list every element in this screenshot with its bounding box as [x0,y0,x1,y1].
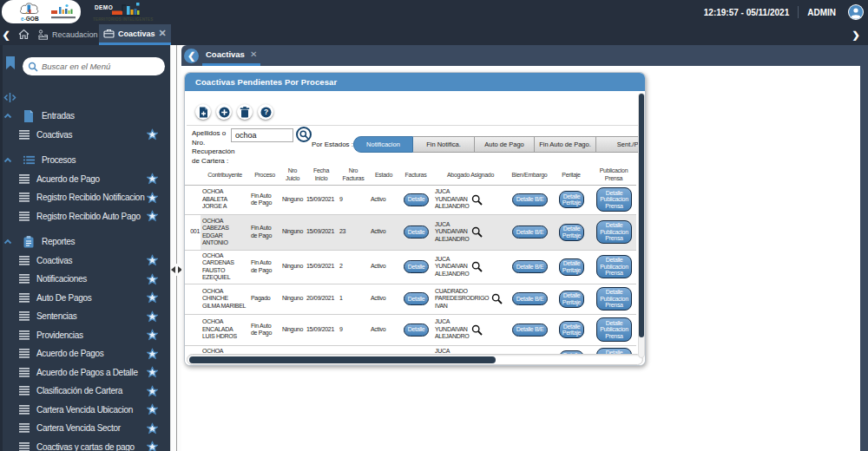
detalle-peritaje-button[interactable]: Detalle Peritaje [559,291,584,308]
star-icon[interactable] [147,367,158,378]
delete-button[interactable] [237,104,253,120]
sidebar-item-reportes-coactivas[interactable]: Coactivas [0,252,170,271]
abogado-search-icon[interactable] [471,194,483,206]
table-row[interactable]: OCHOA CHINCHE GILMA MARIBEL Pagado Ningu… [185,284,636,314]
sidebar-item-cartera-vencida-ubicacion[interactable]: Cartera Vencida Ubicacion [0,401,170,420]
sidebar-section-entradas[interactable]: Entradas [0,107,170,126]
user-avatar[interactable] [848,4,864,20]
cell-fecha-inicio: 15/09/2021 [305,250,338,284]
search-button[interactable] [296,127,312,142]
collapse-sidebar-icon[interactable] [3,91,16,107]
inner-back-button[interactable]: ❮ [184,49,199,63]
detalle-peritaje-button[interactable]: Detalle Peritaje [559,224,584,241]
home-icon[interactable] [17,28,31,42]
estado-tab-fin-auto-de-pago[interactable]: Fin Auto de Pago. [535,136,596,153]
star-icon[interactable] [147,330,158,341]
sidebar-section-procesos[interactable]: Procesos [0,151,170,170]
new-document-button[interactable] [195,104,211,120]
sidebar-item-acuerdo-de-pagos[interactable]: Acuerdo de Pagos [0,344,170,363]
detalle-button[interactable]: Detalle [404,324,430,337]
star-icon[interactable] [147,192,158,203]
cell-abogado: JUCA YUNDAIVAN ALEJANDRO [435,221,469,244]
star-icon[interactable] [147,441,158,451]
star-icon[interactable] [147,422,158,434]
table-row[interactable]: OCHOA CARDENAS FAUSTO EZEQUIEL Fin Auto … [185,250,636,284]
help-button[interactable]: ? [258,104,273,120]
detalle-publicacion-prensa-button[interactable]: Detalle Publicacion Prensa [596,220,632,245]
star-icon[interactable] [147,129,158,141]
sidebar-item-coactivas-y-cartas-de-pago[interactable]: Coactivas y cartas de pago [0,438,170,451]
sidebar-item-registro-recibido-notificacion[interactable]: Registro Recibido Notificacion [0,188,170,207]
detalle-be-button[interactable]: Detalle B/E [512,193,549,206]
sidebar-item-acuerdo-de-pago[interactable]: Acuerdo de Pago [0,170,170,189]
vertical-scrollbar-thumb[interactable] [639,94,644,337]
star-icon[interactable] [147,273,158,284]
table-row[interactable]: OCHOA ABALETA JORGE A Fin Auto de Pago N… [185,185,636,214]
abogado-search-icon[interactable] [471,226,483,238]
star-icon[interactable] [147,211,158,222]
abogado-search-icon[interactable] [471,261,483,272]
inner-tab-coactivas[interactable]: Coactivas ✕ [202,45,260,66]
detalle-publicacion-prensa-button[interactable]: Detalle Publicacion Prensa [596,187,632,212]
horizontal-scrollbar[interactable] [187,354,643,365]
star-icon[interactable] [147,173,158,185]
menu-search-input[interactable] [42,62,160,71]
chevron-up-icon[interactable] [3,238,12,246]
sidebar-item-auto-de-pagos[interactable]: Auto De Pagos [0,289,170,308]
sidebar-item-acuerdo-de-pagos-a-detalle[interactable]: Acuerdo de Pagos a Detalle [0,363,170,382]
star-icon[interactable] [147,255,158,266]
sidebar-item-providencias[interactable]: Providencias [0,326,170,345]
estado-tab-fin-notifica[interactable]: Fin Notifica. [413,136,475,153]
add-button[interactable] [216,104,232,120]
abogado-search-icon[interactable] [471,324,483,336]
estado-tab-notificacion[interactable]: Notificacion [353,136,413,153]
detalle-button[interactable]: Detalle [404,226,430,239]
horizontal-scrollbar-thumb[interactable] [189,356,496,363]
table-header-row: Contribuyente Proceso Nro Juicio Fecha I… [185,166,636,185]
close-icon[interactable]: ✕ [250,49,257,59]
apellidos-input[interactable] [231,128,293,142]
vertical-scrollbar[interactable] [638,93,645,358]
sidebar-item-cartera-vencida-sector[interactable]: Cartera Vencida Sector [0,419,170,438]
sidebar-item-registro-recibido-auto-pago[interactable]: Registro Recibido Auto Pago [0,207,170,226]
sidebar-section-reportes[interactable]: Reportes [0,232,170,252]
detalle-peritaje-button[interactable]: Detalle Peritaje [559,258,584,276]
detalle-button[interactable]: Detalle [404,292,430,305]
sidebar-item-sentencias[interactable]: Sentencias [0,307,170,326]
chevron-up-icon[interactable] [3,156,12,165]
detalle-publicacion-prensa-button[interactable]: Detalle Publicacion Prensa [596,317,632,342]
menu-lines-icon [19,193,30,203]
detalle-be-button[interactable]: Detalle B/E [512,226,549,239]
sidebar-splitter[interactable] [170,45,181,451]
estado-tab-auto-de-pago[interactable]: Auto de Pago [475,136,535,153]
abogado-search-icon[interactable] [491,293,503,304]
close-icon[interactable]: ✕ [159,28,167,39]
detalle-publicacion-prensa-button[interactable]: Detalle Publicacion Prensa [596,255,632,279]
star-icon[interactable] [147,385,158,396]
tabs-scroll-right-icon[interactable]: ❯ [851,27,861,42]
detalle-be-button[interactable]: Detalle B/E [512,292,549,305]
detalle-publicacion-prensa-button[interactable]: Detalle Publicacion Prensa [596,287,632,311]
detalle-button[interactable]: Detalle [404,260,430,273]
detalle-button[interactable]: Detalle [404,193,430,206]
star-icon[interactable] [147,348,158,359]
tabs-scroll-left-icon[interactable]: ❮ [1,27,11,42]
collapse-left-icon[interactable] [171,266,175,273]
sidebar-item-notificaciones[interactable]: Notificaciones [0,270,170,289]
star-icon[interactable] [147,404,158,415]
section-label: Entradas [42,111,75,121]
detalle-peritaje-button[interactable]: Detalle Peritaje [559,321,584,338]
detalle-be-button[interactable]: Detalle B/E [512,324,549,337]
sidebar-item-clasificacion-de-cartera[interactable]: Clasificación de Cartera [0,382,170,401]
col-nro-facturas: Nro Facturas [338,166,369,185]
table-row[interactable]: OCHOA ENCALADA LUIS HDROS Fin Auto de Pa… [185,314,636,345]
table-row-selected[interactable]: 001 OCHOA CABEZAS EDGAR ANTONIO Fin Auto… [185,214,636,250]
star-icon[interactable] [147,310,158,322]
bookmark-icon[interactable] [5,56,16,74]
detalle-be-button[interactable]: Detalle B/E [512,260,549,273]
tab-coactivas[interactable]: Coactivas ✕ [99,24,171,45]
star-icon[interactable] [147,292,158,304]
detalle-peritaje-button[interactable]: Detalle Peritaje [559,191,584,208]
chevron-up-icon[interactable] [3,112,12,121]
sidebar-item-coactivas[interactable]: Coactivas [0,126,170,145]
